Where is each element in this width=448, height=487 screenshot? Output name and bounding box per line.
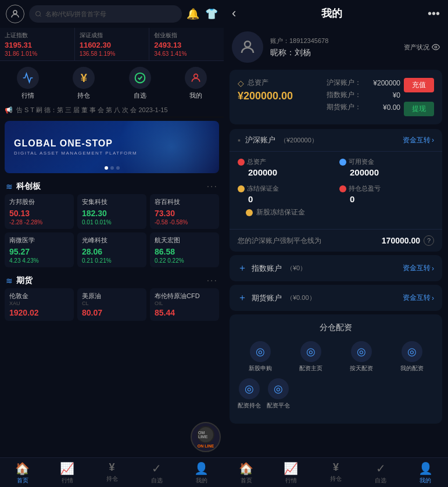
stock-rongbai[interactable]: 容百科技 73.30 -0.58 -0.58% <box>150 194 219 229</box>
margin-label: 您的沪深账户强制平仓线为 <box>238 236 321 246</box>
futures-gold[interactable]: 伦敦金 XAU 1920.02 <box>5 288 74 321</box>
futures-account-header[interactable]: ＋ 期货账户 （¥0.00） 资金互转 › <box>230 285 442 311</box>
futures-account-section: ＋ 期货账户 （¥0.00） 资金互转 › <box>230 285 442 311</box>
stat-label-pnl: 持仓总盈亏 <box>339 184 434 193</box>
bottom-nav-home[interactable]: 🏠 首页 <box>0 461 45 485</box>
fencang-grid-2: ◎ 配资持仓 ◎ 配资平仓 <box>238 378 434 410</box>
fencang-peizizhuye[interactable]: ◎ 配资主页 <box>288 341 333 373</box>
right-nav-watchlist[interactable]: ✓ 自选 <box>359 461 403 485</box>
right-home-icon: 🏠 <box>239 461 253 475</box>
bell-icon[interactable]: 🔔 <box>187 8 199 20</box>
index-name-2: 创业板指 <box>154 31 219 40</box>
kechuang-title: 科创板 <box>16 181 41 192</box>
banner-dot-1 <box>105 166 108 170</box>
shushen-account-header[interactable]: ▪ 沪深账户 （¥200000） 资金互转 › <box>230 129 442 152</box>
asset-left: ◇ 总资产 ¥200000.00 <box>238 78 293 102</box>
futures-oil-us[interactable]: 美原油 CL 80.07 <box>77 288 146 321</box>
index-val-0: 3195.31 <box>5 41 70 49</box>
asset-row-index: 指数账户： ¥0 <box>327 90 400 100</box>
chevron-right-icon: › <box>432 136 434 144</box>
index-item-chuangye[interactable]: 创业板指 2493.13 34.63 1.41% <box>149 28 224 60</box>
futures-name-1: 美原油 <box>82 292 142 300</box>
index-item-shanghai[interactable]: 上证指数 3195.31 31.86 1.01% <box>0 28 75 60</box>
stock-fangbang[interactable]: 方邦股份 50.13 -2.28 -2.28% <box>5 194 74 229</box>
fencang-label-5: 配资平仓 <box>267 402 290 410</box>
stat-total-assets: 总资产 200000 <box>238 157 332 177</box>
asset-card: ◇ 总资产 ¥200000.00 沪深账户： ¥200000 指数账户： ¥0 <box>230 70 442 124</box>
qihuo-more[interactable]: ··· <box>207 275 218 286</box>
stat-val-pnl: 0 <box>339 194 434 204</box>
charge-button[interactable]: 充值 <box>404 78 434 92</box>
fencang-antianpeizi[interactable]: ◎ 按天配资 <box>339 341 384 373</box>
index-account-header[interactable]: ＋ 指数账户 （¥0） 资金互转 › <box>230 255 442 281</box>
mine-label: 我的 <box>196 477 207 485</box>
qihuo-title: 期货 <box>16 275 33 286</box>
futures-account-title: 期货账户 <box>252 293 282 303</box>
asset-status[interactable]: 资产状况 <box>404 43 440 52</box>
fencang-wodepeizi[interactable]: ◎ 我的配资 <box>389 341 434 373</box>
futures-transfer[interactable]: 资金互转 › <box>403 293 434 303</box>
nav-label-hangqing: 行情 <box>21 91 34 100</box>
stat-label-total: 总资产 <box>238 157 332 166</box>
nav-wode[interactable]: 我的 <box>168 67 224 100</box>
fencang-grid: ◎ 新股申购 ◎ 配资主页 ◎ 按天配资 ◎ 我的配资 <box>238 341 434 373</box>
right-bottom-nav: 🏠 首页 📈 行情 ¥ 持仓 ✓ 自选 👤 我的 <box>224 457 448 487</box>
shushen-transfer[interactable]: 资金互转 › <box>403 135 434 145</box>
fencang-peizichigang[interactable]: ◎ 配资持仓 <box>238 378 261 410</box>
right-nav-home[interactable]: 🏠 首页 <box>224 461 268 485</box>
index-item-shenzhen[interactable]: 深证成指 11602.30 136.58 1.19% <box>75 28 150 60</box>
fencang-xingushengou[interactable]: ◎ 新股申购 <box>238 341 282 373</box>
announcement-bar: 📢 告 S T 嗣 德：第 三 届 董 事 会 第 八 次 会 2023-1-1… <box>0 103 224 117</box>
online-badge[interactable]: OM LIME ON LINE <box>191 422 221 452</box>
withdraw-button[interactable]: 提现 <box>404 102 434 116</box>
banner[interactable]: GLOBAL ONE-STOP DIGITAL ASSET MANAGEMENT… <box>5 121 219 173</box>
shirt-icon[interactable]: 👕 <box>205 8 218 20</box>
total-value: ¥200000.00 <box>238 90 293 102</box>
stock-change-4: 0.21 0.21% <box>82 257 142 264</box>
svg-point-6 <box>435 46 437 48</box>
left-header: 名称/代码/拼音首字母 🔔 👕 <box>0 0 224 28</box>
futures-acc-value: ¥0.00 <box>383 103 400 112</box>
help-button[interactable]: ? <box>424 235 434 246</box>
futures-code-1: CL <box>82 300 142 306</box>
right-mine-icon: 👤 <box>418 461 433 475</box>
fencang-icon-5: ◎ <box>268 378 289 399</box>
kechuang-more[interactable]: ··· <box>207 181 218 192</box>
right-nav-market[interactable]: 📈 行情 <box>268 461 313 485</box>
search-bar[interactable]: 名称/代码/拼音首字母 <box>29 5 182 23</box>
profile-avatar <box>232 31 263 63</box>
kechuang-title-left: ≋ 科创板 <box>6 181 41 192</box>
index-transfer[interactable]: 资金互转 › <box>403 263 434 273</box>
shushen-account-body: 总资产 200000 可用资金 200000 冻结保证金 <box>230 152 442 229</box>
asset-status-label: 资产状况 <box>404 43 429 52</box>
index-val-2: 2493.13 <box>154 41 219 49</box>
user-avatar[interactable] <box>6 5 24 23</box>
bottom-nav-position[interactable]: ¥ 持仓 <box>89 461 134 485</box>
account-stats: 总资产 200000 可用资金 200000 冻结保证金 <box>238 157 434 204</box>
banner-dot-2 <box>110 166 114 170</box>
nav-chicang[interactable]: ¥ 持仓 <box>56 67 112 100</box>
nav-hangqing[interactable]: 行情 <box>0 67 56 100</box>
more-button[interactable]: ••• <box>428 7 440 20</box>
bottom-nav-market[interactable]: 📈 行情 <box>45 461 89 485</box>
right-nav-position[interactable]: ¥ 持仓 <box>313 461 358 485</box>
fencang-peizipingcang[interactable]: ◎ 配资平仓 <box>267 378 290 410</box>
stock-anji[interactable]: 安集科技 182.30 0.01 0.01% <box>77 194 146 229</box>
futures-brent[interactable]: 布伦特原油CFD OIL 85.44 <box>150 288 219 321</box>
profile-section: 账户：18912345678 昵称：刘杨 资产状况 <box>224 27 448 70</box>
bottom-nav-watchlist[interactable]: ✓ 自选 <box>134 461 179 485</box>
futures-name-2: 布伦特原油CFD <box>155 292 214 300</box>
fencang-label-4: 配资持仓 <box>238 402 261 410</box>
stock-nanwei[interactable]: 南微医学 95.27 4.23 4.23% <box>5 232 74 267</box>
nav-label-zixuan: 自选 <box>134 91 146 100</box>
svg-point-4 <box>194 74 198 78</box>
right-nav-mine[interactable]: 👤 我的 <box>403 461 448 485</box>
back-button[interactable]: ‹ <box>232 6 236 21</box>
fencang-section: 分仓配资 ◎ 新股申购 ◎ 配资主页 ◎ 按天配资 ◎ 我的配资 ◎ 配资持仓 <box>230 314 442 424</box>
stock-hangtian[interactable]: 航天宏图 86.58 0.22 0.22% <box>150 232 219 267</box>
qihuo-header: ≋ 期货 ··· <box>0 271 224 288</box>
stock-guangfeng[interactable]: 光峰科技 28.06 0.21 0.21% <box>77 232 146 267</box>
bottom-nav-mine[interactable]: 👤 我的 <box>179 461 224 485</box>
market-bottom-icon: 📈 <box>60 461 74 475</box>
nav-zixuan[interactable]: 自选 <box>112 67 168 100</box>
